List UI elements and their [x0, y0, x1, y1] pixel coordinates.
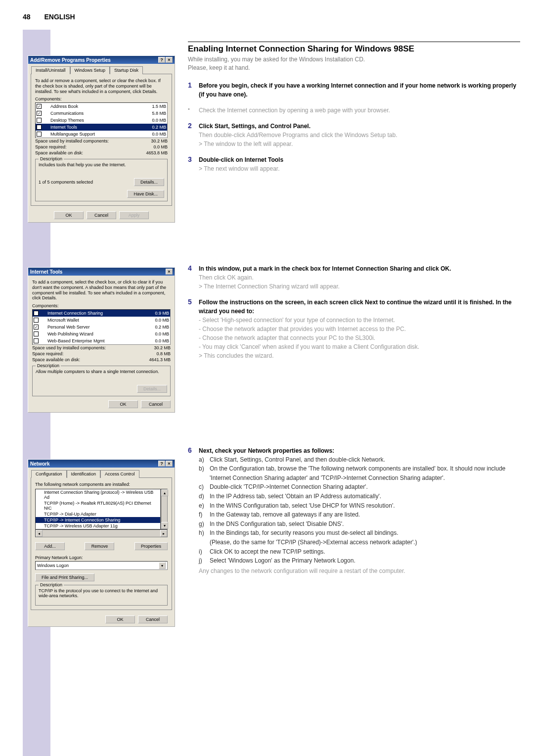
list-item[interactable]: Multilanguage Support0.0 MB: [36, 131, 167, 138]
scroll-down-icon[interactable]: ▾: [161, 522, 168, 529]
add-remove-programs-dialog: Add/Remove Programs Properties ? × Insta…: [28, 55, 175, 223]
cancel-button[interactable]: Cancel: [141, 400, 171, 408]
list-item[interactable]: Microsoft Wallet0.0 MB: [33, 317, 170, 324]
cancel-button[interactable]: Cancel: [138, 615, 168, 623]
item-name: Multilanguage Support: [50, 132, 95, 137]
list-item[interactable]: Desktop Themes0.0 MB: [36, 117, 167, 124]
space-available-value: 4653.8 MB: [146, 150, 168, 155]
checkbox[interactable]: ✓: [37, 104, 42, 109]
tab-content: To add or remove a component, select or …: [31, 74, 172, 206]
checkbox[interactable]: [34, 331, 39, 336]
checkbox[interactable]: ✓: [37, 111, 42, 116]
item-size: 0.0 MB: [152, 118, 166, 123]
details-button[interactable]: Details...: [134, 178, 164, 186]
item-size: 0.9 MB: [155, 311, 169, 316]
net-icon: [43, 124, 49, 130]
primary-logon-value: Windows Logon: [37, 563, 69, 568]
list-item[interactable]: ✓Internet Tools0.2 MB: [36, 124, 167, 131]
apply-button[interactable]: Apply: [119, 211, 149, 219]
checkbox[interactable]: [34, 338, 39, 343]
protocol-icon: [37, 512, 43, 517]
tab-access-control[interactable]: Access Control: [100, 470, 139, 478]
list-item[interactable]: ✓Internet Connection Sharing0.9 MB: [33, 310, 170, 317]
primary-logon-label: Primary Network Logon:: [35, 555, 168, 560]
list-item[interactable]: ✓Personal Web Server0.2 MB: [33, 324, 170, 331]
tab-windows-setup[interactable]: Windows Setup: [70, 66, 110, 74]
components-label: Components:: [32, 303, 171, 308]
scroll-right-icon[interactable]: ▸: [160, 530, 167, 537]
space-used-label: Space used by installed components:: [32, 345, 106, 350]
checkbox[interactable]: [34, 318, 39, 323]
tab-bar: Configuration Identification Access Cont…: [28, 468, 175, 477]
close-icon[interactable]: ×: [166, 269, 173, 275]
close-icon[interactable]: ×: [166, 57, 173, 63]
item-name: Web Publishing Wizard: [47, 331, 93, 336]
list-item[interactable]: TCP/IP -> Wireless USB Adapter 11g: [36, 523, 160, 529]
list-item[interactable]: TCP/IP -> Dial-Up Adapter: [36, 511, 160, 517]
tab-startup-disk[interactable]: Startup Disk: [110, 66, 143, 74]
item-name: Internet Tools: [50, 125, 77, 130]
titlebar: Internet Tools ×: [28, 268, 175, 276]
space-required-value: 0.0 MB: [153, 144, 168, 149]
tab-identification[interactable]: Identification: [67, 470, 101, 478]
globe-icon: [40, 338, 46, 344]
instruction-text: To add or remove a component, select or …: [35, 78, 168, 94]
item-name: TCP/IP (Home) -> Realtek RTL8029(AS) PCI…: [44, 501, 159, 511]
scroll-left-icon[interactable]: ◂: [36, 530, 43, 537]
description-group: Description Includes tools that help you…: [35, 159, 168, 201]
selected-count: 1 of 5 components selected: [39, 180, 93, 185]
components-listbox[interactable]: ✓Internet Connection Sharing0.9 MBMicros…: [32, 309, 171, 345]
list-item[interactable]: TCP/IP (Home) -> Realtek RTL8029(AS) PCI…: [36, 500, 160, 511]
checkbox[interactable]: ✓: [34, 311, 39, 316]
instruction-text: To add a component, select the check box…: [32, 280, 171, 301]
have-disk-button[interactable]: Have Disk...: [127, 190, 164, 198]
installed-label: The following network components are ins…: [35, 482, 168, 487]
description-label: Description: [36, 363, 61, 368]
pws-icon: [40, 324, 46, 330]
primary-logon-dropdown[interactable]: Windows Logon ▾: [35, 561, 168, 570]
item-size: 0.0 MB: [155, 318, 169, 323]
checkbox[interactable]: ✓: [37, 125, 42, 130]
tab-configuration[interactable]: Configuration: [31, 470, 67, 478]
properties-button[interactable]: Properties: [134, 542, 168, 550]
file-print-sharing-button[interactable]: File and Print Sharing...: [35, 573, 94, 581]
scroll-up-icon[interactable]: ▴: [161, 489, 168, 496]
ok-button[interactable]: OK: [105, 615, 135, 623]
tab-install-uninstall[interactable]: Install/Uninstall: [31, 66, 70, 74]
remove-button[interactable]: Remove: [85, 542, 114, 550]
components-listbox[interactable]: ✓Address Book1.5 MB✓Communications5.8 MB…: [35, 102, 168, 138]
list-item[interactable]: Web Publishing Wizard0.0 MB: [33, 331, 170, 337]
checkbox[interactable]: [37, 118, 42, 123]
list-item[interactable]: Web-Based Enterprise Mgmt0.0 MB: [33, 337, 170, 344]
item-name: Internet Connection Sharing: [47, 311, 103, 316]
list-item[interactable]: Internet Connection Sharing (protocol) -…: [36, 489, 160, 500]
titlebar: Add/Remove Programs Properties ? ×: [28, 56, 175, 64]
list-item[interactable]: ✓Communications5.8 MB: [36, 110, 167, 117]
description-text: Includes tools that help you use the Int…: [39, 162, 164, 174]
step-4: 4 In this window, put a mark in the chec…: [188, 264, 520, 291]
page-header: 48 ENGLISH: [23, 13, 75, 21]
pub-icon: [40, 331, 46, 337]
ics-icon: [40, 310, 46, 316]
help-icon[interactable]: ?: [158, 57, 165, 63]
checkbox[interactable]: ✓: [34, 325, 39, 330]
wallet-icon: [40, 317, 46, 323]
space-available-label: Space available on disk:: [32, 357, 80, 362]
page-number: 48: [23, 13, 31, 21]
ok-button[interactable]: OK: [54, 211, 84, 219]
list-item[interactable]: ✓Address Book1.5 MB: [36, 103, 167, 110]
chevron-down-icon[interactable]: ▾: [159, 562, 166, 569]
add-button[interactable]: Add...: [35, 542, 65, 550]
help-icon[interactable]: ?: [158, 461, 165, 467]
cancel-button[interactable]: Cancel: [87, 211, 116, 219]
item-name: TCP/IP -> Internet Connection Sharing: [44, 518, 120, 522]
list-item[interactable]: TCP/IP -> Internet Connection Sharing: [36, 517, 160, 523]
ok-button[interactable]: OK: [108, 400, 138, 408]
page-language: ENGLISH: [44, 13, 75, 21]
checkbox[interactable]: [37, 132, 42, 137]
titlebar-text: Network: [30, 461, 49, 467]
item-name: TCP/IP -> Wireless USB Adapter 11g: [44, 523, 118, 528]
close-icon[interactable]: ×: [166, 461, 173, 467]
network-components-listbox[interactable]: Internet Connection Sharing (protocol) -…: [35, 489, 161, 529]
step-2: 2 Click Start, Settings, and Control Pan…: [188, 122, 520, 148]
